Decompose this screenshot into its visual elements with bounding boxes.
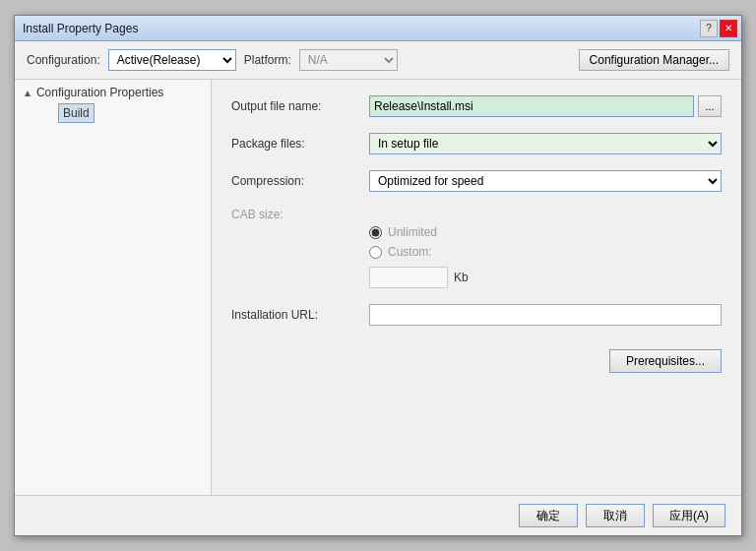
properties-panel: Output file name: ... Package files: In … [212,80,741,495]
apply-button[interactable]: 应用(A) [653,504,725,527]
close-button[interactable]: ✕ [720,20,737,37]
compression-select[interactable]: Optimized for speed [369,170,722,192]
tree-arrow-icon: ▲ [23,88,32,98]
unlimited-radio-row: Unlimited [369,225,722,239]
configuration-select[interactable]: Active(Release) [108,49,236,71]
dialog: Install Property Pages ? ✕ Configuration… [14,15,742,536]
cab-size-label: CAB size: [231,208,369,221]
output-file-label: Output file name: [231,99,369,113]
tree-root-item: ▲ Configuration Properties [19,84,207,101]
title-buttons: ? ✕ [700,20,737,37]
custom-radio-row: Custom: [369,245,722,259]
custom-label: Custom: [388,245,432,259]
config-label: Configuration: [27,53,100,67]
compression-row: Compression: Optimized for speed [231,170,722,192]
config-bar: Configuration: Active(Release) Platform:… [15,41,741,80]
prerequisites-button[interactable]: Prerequisites... [609,349,722,373]
cab-size-input-row: Kb [369,267,722,288]
tree-build-item[interactable]: Build [58,103,94,123]
cab-size-input[interactable] [369,267,448,288]
installation-url-label: Installation URL: [231,308,369,322]
unlimited-label: Unlimited [388,225,437,239]
compression-label: Compression: [231,174,369,188]
main-content: ▲ Configuration Properties Build Output … [15,80,741,495]
browse-button[interactable]: ... [698,95,722,117]
output-file-row: Output file name: ... [231,95,722,117]
bottom-bar: 确定 取消 应用(A) [15,495,741,535]
config-manager-button[interactable]: Configuration Manager... [579,49,729,71]
dialog-title: Install Property Pages [19,22,138,35]
installation-url-input[interactable] [369,304,722,326]
output-file-input[interactable] [369,95,694,117]
platform-label: Platform: [244,53,291,67]
title-bar: Install Property Pages ? ✕ [15,16,741,41]
installation-url-row: Installation URL: [231,304,722,326]
sidebar: ▲ Configuration Properties Build [15,80,212,495]
custom-radio[interactable] [369,246,382,259]
tree-root-label: Configuration Properties [36,86,163,99]
cab-size-unit: Kb [454,271,469,284]
unlimited-radio[interactable] [369,226,382,239]
cab-size-label-row: CAB size: [231,208,722,221]
package-files-select[interactable]: In setup file [369,133,722,154]
help-button[interactable]: ? [700,20,718,37]
ok-button[interactable]: 确定 [519,504,578,527]
cancel-button[interactable]: 取消 [586,504,645,527]
package-files-label: Package files: [231,137,369,151]
platform-select[interactable]: N/A [299,49,398,71]
package-files-row: Package files: In setup file [231,133,722,154]
radio-group: Unlimited Custom: [369,225,722,259]
